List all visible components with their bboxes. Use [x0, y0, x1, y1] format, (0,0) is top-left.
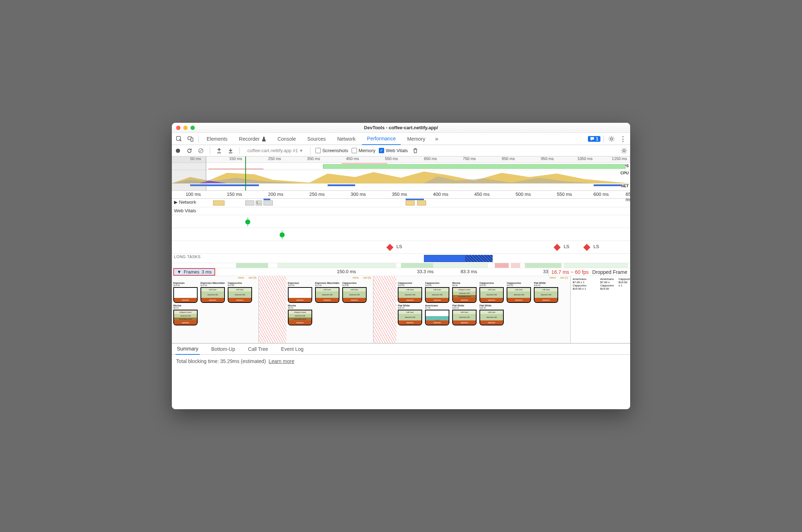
ruler-tick: 150 ms — [227, 192, 242, 197]
overview-tick: 750 ms — [463, 156, 476, 161]
coffee-thumb: Cappuccino$19.00espressosteamed milkmilk… — [398, 282, 424, 303]
coffee-thumb: Cappuccino$19.00espressosteamed milkmilk… — [479, 282, 505, 303]
frame-phase-row — [172, 263, 630, 268]
wv-marker[interactable] — [280, 232, 285, 237]
svg-line-6 — [199, 149, 202, 152]
coffee-thumb: Espresso Macchiato$12.00espressosteamed … — [315, 282, 341, 303]
gear-icon[interactable] — [607, 134, 617, 144]
download-button[interactable] — [227, 147, 235, 155]
ls-marker[interactable] — [386, 244, 393, 251]
expand-icon[interactable]: ▶ — [174, 199, 178, 205]
tab-memory[interactable]: Memory — [402, 133, 430, 145]
ruler-tick: 550 ms — [557, 192, 572, 197]
wv-row-2 — [172, 228, 630, 241]
upload-button[interactable] — [215, 147, 223, 155]
overview-tick: 150 ms — [229, 156, 242, 161]
inspect-icon[interactable] — [174, 134, 184, 144]
kebab-icon[interactable]: ⋮ — [618, 134, 628, 144]
perf-toolbar: coffee-cart.netlify.app #1 ▾ Screenshots… — [172, 145, 630, 156]
devtools-window: DevTools - coffee-cart.netlify.app/ Elem… — [172, 123, 630, 409]
coffee-thumb: Americano$7.00waterespresso — [425, 304, 451, 325]
summary-panel: Total blocking time: 35.29ms (estimated)… — [172, 355, 630, 409]
network-label: Network — [179, 199, 196, 205]
trash-icon[interactable] — [411, 147, 419, 155]
perf-settings-icon[interactable] — [620, 147, 628, 155]
ruler-tick: 100 ms — [185, 192, 201, 197]
tab-console[interactable]: Console — [272, 133, 301, 145]
dtab-bottomup[interactable]: Bottom-Up — [210, 343, 237, 355]
webvitals-track[interactable]: Web Vitals — [172, 207, 630, 215]
wv-row-1 — [172, 215, 630, 228]
tab-sources[interactable]: Sources — [302, 133, 330, 145]
svg-rect-2 — [191, 138, 193, 141]
trace-dropdown[interactable]: coffee-cart.netlify.app #1 ▾ — [245, 147, 305, 154]
longtasks-label: LONG TASKS — [174, 255, 200, 259]
dtab-eventlog[interactable]: Event Log — [280, 343, 305, 355]
coffee-thumb: Cappuccino$19.00espressosteamed milkmilk… — [342, 282, 368, 303]
wv-row-3: LS LS LS — [172, 241, 630, 254]
net-lane-label: NET — [621, 184, 629, 188]
overview-tick: 450 ms — [346, 156, 359, 161]
frames-row[interactable]: ▼ Frames 3 ms 150.0 ms 33.3 ms 83.3 ms 3… — [172, 268, 630, 276]
frame-duration: 150.0 ms — [337, 269, 356, 274]
coffee-thumb: Cappuccino$19.00espressosteamed milkmilk… — [228, 282, 253, 303]
device-toggle-icon[interactable] — [185, 134, 195, 144]
ls-marker[interactable] — [554, 244, 561, 251]
overview-tick: 1150 ms — [612, 156, 627, 161]
dtab-summary[interactable]: Summary — [175, 343, 200, 355]
chevron-down-icon: ▾ — [300, 148, 303, 153]
svg-point-4 — [176, 149, 180, 153]
frames-expand[interactable]: ▼ Frames 3 ms — [173, 268, 215, 276]
webvitals-label: Web Vitals — [174, 208, 196, 213]
webvitals-checkbox[interactable]: ✓Web Vitals — [379, 148, 408, 153]
memory-checkbox[interactable]: Memory — [352, 148, 375, 153]
overview[interactable]: 50 ms150 ms250 ms350 ms450 ms550 ms650 m… — [172, 156, 630, 191]
ruler-tick: 450 ms — [474, 192, 490, 197]
coffee-thumb: Flat White$18.00espressosteamed milkmilk… — [452, 304, 478, 325]
coffee-thumb: Flat White$18.00espressosteamed milkmilk… — [398, 304, 424, 325]
filmstrip[interactable]: menucart (0) Espresso$10.00espressoEspre… — [172, 276, 630, 343]
tab-recorder[interactable]: Recorder — [234, 133, 271, 145]
ls-marker[interactable] — [583, 244, 590, 251]
chat-icon — [590, 137, 594, 141]
tbt-label: Total blocking time: — [176, 358, 220, 364]
overview-tick: 550 ms — [385, 156, 398, 161]
reload-button[interactable] — [185, 147, 193, 155]
detail-ruler[interactable]: 100 ms150 ms200 ms250 ms300 ms350 ms400 … — [172, 191, 630, 199]
more-tabs-icon[interactable]: » — [432, 134, 442, 144]
ruler-tick: 600 ms — [594, 192, 609, 197]
clear-button[interactable] — [197, 147, 205, 155]
frame-hover-tooltip: 16.7 ms ~ 60 fps Dropped Frame — [548, 268, 630, 276]
frame-duration: 83.3 ms — [460, 269, 477, 274]
dtab-calltree[interactable]: Call Tree — [247, 343, 270, 355]
ruler-tick: 400 ms — [433, 192, 449, 197]
tab-performance[interactable]: Performance — [362, 133, 401, 145]
svg-point-7 — [623, 150, 625, 152]
longtasks-row: LONG TASKS — [172, 254, 630, 263]
overview-tick: 850 ms — [502, 156, 515, 161]
coffee-thumb: Flat White$18.00espressosteamed milkmilk… — [479, 304, 505, 325]
coffee-thumb: Flat White$18.00espressosteamed milkmilk… — [534, 282, 560, 303]
svg-point-3 — [610, 138, 613, 140]
overview-tick: 350 ms — [307, 156, 320, 161]
ruler-tick: 300 ms — [351, 192, 366, 197]
ruler-tick: 200 ms — [268, 192, 284, 197]
wv-marker[interactable] — [245, 219, 250, 224]
coffee-thumb: Cappuccino$19.00espressosteamed milkmilk… — [507, 282, 532, 303]
ls-label: LS — [564, 244, 569, 249]
titlebar: DevTools - coffee-cart.netlify.app/ — [172, 123, 630, 133]
tab-elements[interactable]: Elements — [202, 133, 232, 145]
learn-more-link[interactable]: Learn more — [269, 358, 294, 364]
ruler-tick: 500 ms — [516, 192, 531, 197]
detail-tabs: Summary Bottom-Up Call Tree Event Log — [172, 343, 630, 355]
screenshots-checkbox[interactable]: Screenshots — [315, 148, 348, 153]
issues-badge[interactable]: 1 — [588, 136, 600, 142]
record-button[interactable] — [174, 147, 182, 155]
frame-duration: 33.3 ms — [417, 269, 434, 274]
cpu-lane-label: CPU — [620, 171, 629, 175]
tbt-value: 35.29ms (estimated) — [220, 358, 266, 364]
network-track[interactable]: ▶ Network I… — [172, 199, 630, 207]
tab-network[interactable]: Network — [332, 133, 361, 145]
coffee-thumb: Cappuccino$19.00espressosteamed milkmilk… — [425, 282, 451, 303]
overview-tick: 250 ms — [268, 156, 281, 161]
